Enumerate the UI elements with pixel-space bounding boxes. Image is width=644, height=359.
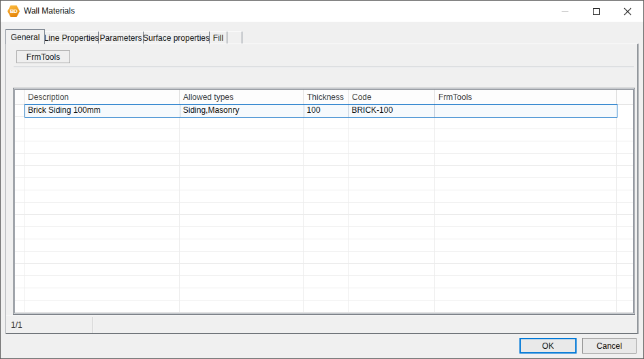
- empty-cell: [180, 301, 304, 312]
- empty-cell: [180, 178, 304, 190]
- empty-cell: [304, 178, 349, 190]
- empty-cell: [435, 203, 617, 214]
- cell-description[interactable]: Brick Siding 100mm: [25, 105, 180, 117]
- empty-cell: [304, 190, 349, 202]
- empty-grid-row[interactable]: [15, 141, 633, 154]
- empty-cell: [349, 129, 435, 141]
- empty-cell: [15, 117, 25, 129]
- empty-grid-row[interactable]: [15, 166, 633, 178]
- empty-cell: [435, 252, 617, 263]
- row-selector-cell[interactable]: [15, 105, 25, 117]
- empty-cell: [435, 288, 617, 300]
- dialog-footer: OK Cancel: [1, 334, 643, 358]
- materials-grid: DescriptionAllowed typesThicknessCodeFrm…: [13, 88, 635, 315]
- ok-button[interactable]: OK: [519, 338, 577, 354]
- empty-cell: [180, 141, 304, 153]
- empty-grid-row[interactable]: [15, 215, 633, 227]
- empty-cell: [25, 203, 180, 214]
- close-icon: [624, 7, 632, 16]
- empty-cell: [180, 239, 304, 251]
- column-header-description[interactable]: Description: [25, 90, 180, 104]
- maximize-button[interactable]: [581, 1, 612, 22]
- empty-cell: [349, 178, 435, 190]
- empty-grid-row[interactable]: [15, 264, 633, 276]
- column-header-allowed-types[interactable]: Allowed types: [180, 90, 304, 104]
- app-icon-text: BD: [10, 8, 18, 14]
- empty-cell-filler: [617, 252, 633, 263]
- empty-grid-row[interactable]: [15, 288, 633, 301]
- close-button[interactable]: [612, 1, 643, 22]
- tab-fill[interactable]: Fill: [210, 31, 227, 44]
- empty-grid-row[interactable]: [15, 203, 633, 215]
- empty-cell-filler: [617, 301, 633, 312]
- frmtools-button[interactable]: FrmTools: [16, 50, 70, 63]
- empty-cell: [435, 190, 617, 202]
- window-title: Wall Materials: [24, 1, 75, 22]
- empty-cell: [25, 154, 180, 165]
- empty-cell: [435, 276, 617, 288]
- empty-cell-filler: [617, 178, 633, 190]
- empty-cell: [180, 215, 304, 226]
- cell-code[interactable]: BRICK-100: [349, 105, 435, 117]
- empty-cell: [304, 301, 349, 312]
- empty-cell: [180, 117, 304, 129]
- empty-cell: [25, 288, 180, 300]
- empty-cell-filler: [617, 129, 633, 141]
- empty-grid-row[interactable]: [15, 239, 633, 252]
- wall-materials-dialog: BD Wall Materials GeneralLine Properties…: [0, 0, 644, 359]
- empty-cell: [180, 252, 304, 263]
- empty-cell: [304, 203, 349, 214]
- empty-cell: [180, 288, 304, 300]
- empty-grid-row[interactable]: [15, 301, 633, 313]
- cell-allowed-types[interactable]: Siding,Masonry: [180, 105, 304, 117]
- empty-cell: [180, 203, 304, 214]
- empty-cell: [180, 276, 304, 288]
- tab-surface-properties[interactable]: Surface properties: [144, 31, 210, 44]
- empty-grid-row[interactable]: [15, 129, 633, 141]
- empty-cell-filler: [617, 166, 633, 177]
- tab-parameters[interactable]: Parameters: [99, 31, 144, 44]
- column-header-code[interactable]: Code: [349, 90, 435, 104]
- empty-cell: [435, 166, 617, 177]
- empty-cell: [349, 301, 435, 312]
- empty-grid-row[interactable]: [15, 117, 633, 129]
- header-row-selector: [15, 90, 25, 104]
- empty-cell: [15, 154, 25, 165]
- cell-thickness[interactable]: 100: [304, 105, 349, 117]
- app-icon: BD: [7, 5, 20, 17]
- empty-grid-row[interactable]: [15, 190, 633, 203]
- empty-cell: [25, 215, 180, 226]
- empty-grid-row[interactable]: [15, 154, 633, 166]
- empty-cell: [435, 215, 617, 226]
- minimize-button[interactable]: [549, 1, 581, 22]
- grid-empty-rows[interactable]: [15, 117, 633, 313]
- empty-cell-filler: [617, 276, 633, 288]
- tab-line-properties[interactable]: Line Properties: [45, 31, 99, 44]
- selected-row[interactable]: Brick Siding 100mmSiding,Masonry100BRICK…: [25, 104, 617, 118]
- empty-cell: [435, 178, 617, 190]
- empty-grid-row[interactable]: [15, 178, 633, 190]
- empty-cell: [435, 227, 617, 239]
- empty-grid-row[interactable]: [15, 252, 633, 264]
- empty-cell: [349, 117, 435, 129]
- cell-frmtools[interactable]: [435, 105, 617, 117]
- minimize-icon: [562, 11, 568, 12]
- column-header-frmtools[interactable]: FrmTools: [435, 90, 617, 104]
- empty-grid-row[interactable]: [15, 227, 633, 239]
- empty-cell-filler: [617, 190, 633, 202]
- empty-cell: [25, 117, 180, 129]
- column-header-thickness[interactable]: Thickness: [304, 90, 349, 104]
- empty-cell: [435, 264, 617, 275]
- empty-cell: [304, 239, 349, 251]
- tab-page-general: FrmTools DescriptionAllowed typesThickne…: [5, 44, 639, 335]
- cancel-button[interactable]: Cancel: [582, 338, 637, 354]
- empty-cell: [180, 154, 304, 165]
- empty-grid-row[interactable]: [15, 276, 633, 288]
- grid-header-row: DescriptionAllowed typesThicknessCodeFrm…: [15, 90, 633, 105]
- maximize-icon: [593, 8, 600, 15]
- status-divider: [92, 317, 93, 333]
- empty-cell: [304, 129, 349, 141]
- empty-cell-filler: [617, 117, 633, 129]
- tab-general[interactable]: General: [5, 29, 45, 44]
- empty-cell: [25, 264, 180, 275]
